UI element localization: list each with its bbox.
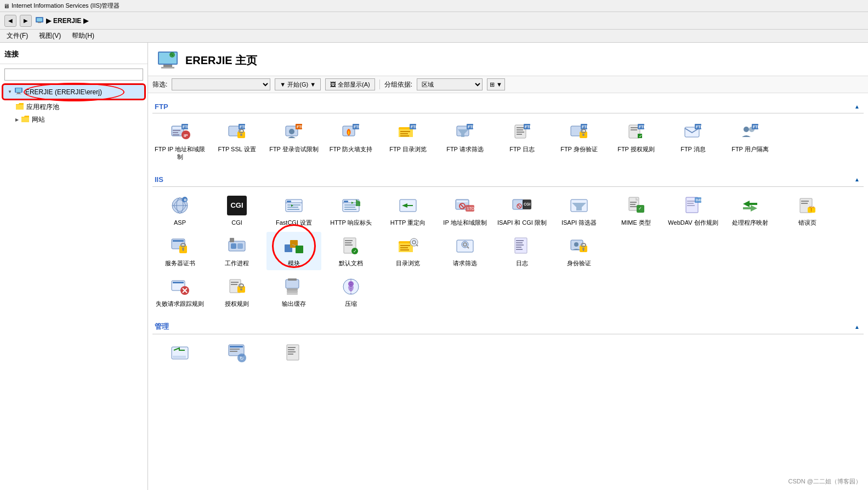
webdav-icon-item[interactable]: DAV WebDAV 创作规则 (666, 191, 721, 230)
svg-text:404: 404 (809, 206, 815, 209)
http-redirect-img (397, 195, 419, 216)
tree-website-arrow: ▶ (15, 117, 19, 122)
auth-icon-item[interactable]: 身份验证 (552, 232, 606, 270)
failed-req-icon-item[interactable]: 失败请求跟踪规则 (152, 272, 207, 311)
svg-rect-13 (173, 127, 183, 129)
show-all-btn[interactable]: 🖼 全部显示(A) (325, 78, 375, 90)
svg-point-30 (289, 129, 294, 134)
http-resp-icon-item[interactable]: HTTP 响应标头 (324, 191, 378, 230)
forward-button[interactable]: ▶ (20, 15, 32, 27)
group-select[interactable]: 区域 (417, 78, 483, 90)
errors-icon-item[interactable]: ! 404 错误页 (780, 191, 835, 230)
sidebar-search-area (0, 66, 147, 83)
menu-view[interactable]: 视图(V) (37, 30, 63, 42)
output-cache-label: 输出缓存 (282, 300, 306, 307)
svg-rect-77 (287, 201, 291, 202)
iis-icons-grid-2: 失败请求跟踪规则 授权规则 (152, 272, 864, 311)
output-cache-icon-item[interactable]: 输出缓存 (266, 272, 321, 311)
ftp-msg-icon[interactable]: FTP FTP 消息 (666, 118, 721, 164)
iis-collapse-btn[interactable]: ▲ (853, 175, 861, 184)
sidebar: 连接 ▼ ERERJIE (ERERJIE\ererj) (0, 43, 148, 490)
worker-icon-item[interactable]: 工作进程 (209, 232, 264, 270)
iis-icons-grid: ⚙ ASP CGI CGI (152, 191, 864, 271)
svg-rect-123 (183, 249, 184, 251)
ftp-filter-label: FTP 请求筛选 (446, 145, 484, 153)
ftp-filter-icon[interactable]: FTP FTP 请求筛选 (438, 118, 492, 164)
ftp-login-label: FTP 登录尝试限制 (269, 145, 319, 153)
isapi-cgi-icon-item[interactable]: CGI ISAPI 和 CGI 限制 (495, 191, 549, 230)
cgi-box: CGI (227, 196, 247, 215)
ftp-filter-img: FTP (454, 121, 476, 143)
svg-rect-141 (400, 247, 408, 248)
back-button[interactable]: ◀ (4, 15, 16, 27)
tree-item-website[interactable]: ▶ 网站 (11, 113, 147, 126)
svg-text:STOP: STOP (467, 207, 475, 210)
tree-item-ererjie[interactable]: ▼ ERERJIE (ERERJIE\ererj) (3, 85, 144, 99)
handler-icon-item[interactable]: 处理程序映射 (723, 191, 778, 230)
dir-browse-icon-item[interactable]: 目录浏览 (381, 232, 435, 270)
req-filter-icon-item[interactable]: 请求筛选 (438, 232, 492, 270)
tree-children: 应用程序池 ▶ 网站 (0, 101, 147, 126)
menu-help[interactable]: 帮助(H) (70, 30, 97, 42)
sidebar-search-input[interactable] (4, 69, 143, 81)
svg-rect-176 (287, 290, 298, 293)
default-doc-icon-item[interactable]: ✓ 默认文档 (324, 232, 378, 270)
authz-icon-item[interactable]: 授权规则 (209, 272, 264, 311)
tree-computer-icon (14, 87, 23, 97)
ip-domain-icon-item[interactable]: STOP IP 地址和域限制 (438, 191, 492, 230)
mgmt-icon-3[interactable] (266, 339, 321, 369)
server-cert-img (169, 235, 191, 257)
ftp-dir-icon[interactable]: FTP FTP 目录浏览 (381, 118, 435, 164)
isapi-filter-icon-item[interactable]: ISAPI 筛选器 (552, 191, 606, 230)
address-icon (35, 15, 44, 26)
svg-text:FTP: FTP (582, 125, 589, 129)
ftp-collapse-btn[interactable]: ▲ (853, 102, 861, 111)
toolbar: 筛选: ▼ 开始(G) ▼ 🖼 全部显示(A) 分组依据: 区域 ⊞ ▼ (148, 76, 868, 93)
svg-rect-108 (687, 203, 694, 204)
compress-icon-item[interactable]: 压缩 (324, 272, 378, 311)
mgmt-icon-1[interactable] (152, 339, 207, 369)
svg-rect-39 (400, 133, 408, 134)
fastcgi-icon-item[interactable]: FastCGI 设置 (266, 191, 321, 230)
svg-text:✓: ✓ (638, 206, 642, 211)
mime-icon-item[interactable]: ✓ MIME 类型 (609, 191, 663, 230)
ftp-login-icon[interactable]: FTP FTP 登录尝试限制 (266, 118, 321, 164)
svg-rect-134 (345, 242, 351, 243)
cgi-icon-item[interactable]: CGI CGI (209, 191, 264, 230)
svg-rect-15 (173, 132, 178, 133)
mgmt-collapse-btn[interactable]: ▲ (853, 322, 861, 331)
show-all-icon: 🖼 (330, 81, 336, 88)
ftp-ip-icon[interactable]: FTP IP FTP IP 地址和域限制 (152, 118, 207, 164)
ftp-firewall-icon[interactable]: FTP FTP 防火墙支持 (324, 118, 378, 164)
svg-text:FTP: FTP (525, 125, 532, 129)
http-redirect-icon-item[interactable]: HTTP 重定向 (381, 191, 435, 230)
svg-rect-40 (400, 135, 409, 136)
ftp-user-icon[interactable]: FTP FTP 用户隔离 (723, 118, 778, 164)
svg-rect-192 (288, 351, 296, 352)
filter-select[interactable] (172, 78, 270, 90)
modules-label: 模块 (288, 259, 300, 267)
start-btn[interactable]: ▼ 开始(G) ▼ (275, 78, 321, 90)
auth-img (568, 235, 590, 257)
server-cert-icon-item[interactable]: 服务器证书 (152, 232, 207, 270)
page-title: ERERJIE 主页 (185, 53, 257, 68)
mgmt-icon-2[interactable]: ↻ (209, 339, 264, 369)
svg-rect-152 (516, 242, 523, 243)
ftp-ssl-icon[interactable]: FTP FTP SSL 设置 (209, 118, 264, 164)
svg-rect-6 (16, 94, 21, 94)
asp-icon-item[interactable]: ⚙ ASP (152, 191, 207, 230)
logging-icon-item[interactable]: 日志 (495, 232, 549, 270)
ftp-perm-icon[interactable]: FTP ✓ FTP 授权规则 (609, 118, 663, 164)
svg-rect-155 (516, 249, 523, 250)
cgi-img: CGI (226, 195, 248, 216)
tree-item-apppool[interactable]: 应用程序池 (11, 101, 147, 113)
ftp-auth-icon[interactable]: FTP FTP 身份验证 (552, 118, 606, 164)
menu-file[interactable]: 文件(F) (4, 30, 30, 42)
svg-line-145 (416, 244, 418, 246)
ftp-log-img: FTP (511, 121, 533, 143)
ftp-log-icon[interactable]: FTP FTP 日志 (495, 118, 549, 164)
modules-icon-item[interactable]: 模块 (266, 232, 321, 270)
default-doc-label: 默认文档 (339, 259, 363, 267)
view-btn[interactable]: ⊞ ▼ (487, 78, 505, 90)
svg-rect-142 (400, 249, 409, 250)
